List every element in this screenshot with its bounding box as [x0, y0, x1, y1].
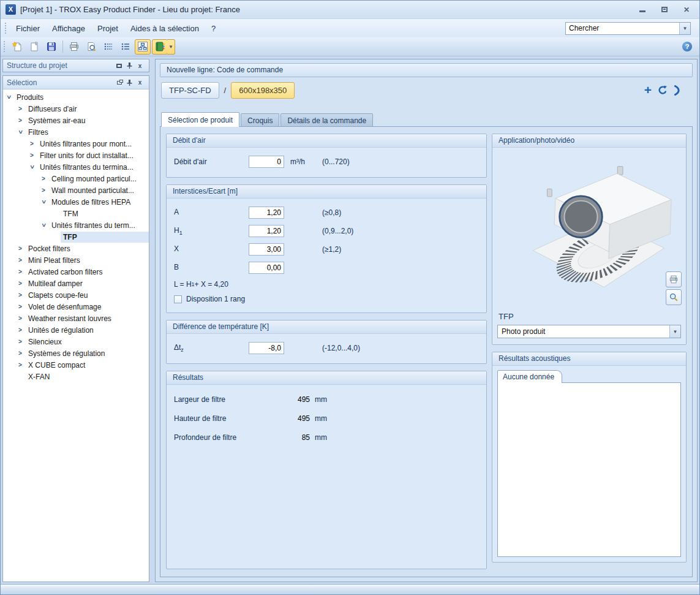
tree-item[interactable]: > Filtres — [3, 126, 149, 138]
tree-item[interactable]: > Activated carbon filters — [3, 266, 149, 278]
help-button[interactable]: ? — [682, 42, 692, 51]
tree-item[interactable]: > Volet de désenfumage — [3, 301, 149, 313]
tree-expand-icon[interactable]: > — [29, 162, 36, 173]
menu-item[interactable]: Affichage — [46, 21, 91, 36]
new-project-button[interactable] — [9, 39, 25, 55]
catalog-toggle-button[interactable] — [152, 39, 168, 55]
tree-expand-icon[interactable]: > — [15, 105, 26, 112]
tree-expand-icon[interactable]: > — [6, 92, 12, 103]
project-structure-toggle-button[interactable] — [135, 39, 151, 55]
open-template-button[interactable] — [26, 39, 42, 55]
detail-list-button[interactable] — [118, 39, 134, 55]
tree-expand-icon[interactable]: > — [40, 220, 47, 231]
search-input[interactable] — [566, 23, 679, 34]
photo-print-button[interactable] — [666, 271, 682, 287]
tree-expand-icon[interactable]: > — [15, 303, 26, 310]
menu-item[interactable]: Fichier — [10, 21, 46, 36]
menu-item[interactable]: ? — [205, 21, 222, 36]
tree-expand-icon[interactable]: > — [15, 327, 26, 333]
selection-pin-button[interactable] — [124, 78, 135, 87]
search-combobox[interactable]: ▼ — [565, 22, 691, 35]
airflow-unit: m³/h — [287, 157, 322, 166]
airflow-input[interactable] — [249, 156, 284, 168]
tree-item[interactable]: > Modules de filtres HEPA — [3, 196, 149, 208]
tree-expand-icon[interactable]: > — [38, 187, 49, 194]
gap-input[interactable] — [249, 207, 284, 219]
tree-expand-icon[interactable]: > — [15, 257, 26, 263]
tree-expand-icon[interactable]: > — [15, 362, 26, 368]
tree-expand-icon[interactable]: > — [15, 117, 26, 124]
single-row-option[interactable]: Disposition 1 rang — [174, 292, 479, 306]
menu-item[interactable]: Projet — [91, 21, 124, 36]
print-button[interactable] — [66, 39, 82, 55]
refresh-button[interactable] — [657, 85, 668, 96]
tree-item[interactable]: > TFM — [3, 208, 149, 219]
close-button[interactable]: ✕ — [680, 5, 693, 15]
tree-expand-icon[interactable]: > — [15, 315, 26, 322]
tree-item[interactable]: > Unités filtrantes du termina... — [3, 161, 149, 173]
tree-item[interactable]: > X CUBE compact — [3, 359, 149, 371]
selection-close-button[interactable]: x — [135, 78, 145, 87]
catalog-dropdown-button[interactable]: ▼ — [167, 39, 175, 55]
photo-type-dropdown[interactable]: Photo produit ▼ — [497, 325, 681, 338]
tab[interactable]: Détails de la commande — [280, 113, 373, 127]
gap-input[interactable] — [249, 243, 284, 256]
list-view-button[interactable] — [100, 39, 116, 55]
tree-expand-icon[interactable]: > — [40, 197, 47, 208]
tree-item[interactable]: > X-FAN — [3, 371, 149, 382]
tree-item[interactable]: > TFP — [3, 231, 149, 243]
tree-item[interactable]: > Celling mounted particul... — [3, 173, 149, 184]
tree-item[interactable]: > Produits — [3, 91, 149, 103]
print-preview-button[interactable] — [83, 39, 99, 55]
tree-item[interactable]: > Wall mounted particulat... — [3, 184, 149, 196]
acoustics-tab-no-data[interactable]: Aucune donnée — [497, 370, 562, 383]
gap-input[interactable] — [249, 225, 284, 237]
tree-expand-icon[interactable]: > — [15, 338, 26, 345]
redo-curve-button[interactable] — [672, 85, 683, 96]
search-dropdown-button[interactable]: ▼ — [679, 23, 690, 34]
series-code-button[interactable]: TFP-SC-FD — [161, 82, 219, 99]
add-line-button[interactable]: + — [642, 85, 653, 96]
print-icon — [69, 41, 80, 52]
tree-item[interactable]: > Systèmes de régulation — [3, 347, 149, 359]
tree-expand-icon[interactable]: > — [15, 280, 26, 287]
tree-item[interactable]: > Filter units for duct installat... — [3, 150, 149, 161]
menu-grip-handle[interactable] — [5, 23, 6, 34]
selection-float-button[interactable] — [114, 78, 124, 87]
minimize-button[interactable] — [636, 5, 649, 15]
toolbar-grip-handle[interactable] — [4, 41, 5, 52]
gap-input[interactable] — [249, 262, 284, 274]
structure-maximize-button[interactable] — [114, 61, 124, 70]
tree-item[interactable]: > Unités filtrantes pour mont... — [3, 138, 149, 150]
tree-item[interactable]: > Mini Pleat filters — [3, 254, 149, 266]
tree-item[interactable]: > Pocket filters — [3, 243, 149, 254]
tree-item[interactable]: > Systèmes air-eau — [3, 115, 149, 126]
structure-close-button[interactable]: x — [135, 61, 145, 70]
structure-pin-button[interactable] — [124, 61, 135, 70]
tree-item[interactable]: > Diffuseurs d'air — [3, 103, 149, 115]
tree-expand-icon[interactable]: > — [26, 140, 37, 147]
photo-zoom-button[interactable] — [666, 289, 682, 305]
tree-item[interactable]: > Unités filtrantes du term... — [3, 219, 149, 231]
tree-expand-icon[interactable]: > — [17, 127, 24, 138]
tab[interactable]: Croquis — [241, 113, 279, 127]
save-button[interactable] — [43, 39, 59, 55]
photo-type-arrow-button[interactable]: ▼ — [669, 325, 680, 338]
tree-item[interactable]: > Silencieux — [3, 336, 149, 347]
size-code-button[interactable]: 600x198x350 — [231, 82, 295, 99]
restore-button[interactable] — [658, 5, 671, 15]
menu-item[interactable]: Aides à la sélection — [124, 21, 205, 36]
tree-item[interactable]: > Unités de régulation — [3, 324, 149, 336]
tree-item[interactable]: > Weather resistant louvres — [3, 313, 149, 324]
tree-item[interactable]: > Clapets coupe-feu — [3, 289, 149, 301]
tree-expand-icon[interactable]: > — [15, 268, 26, 275]
tree-item[interactable]: > Multileaf damper — [3, 278, 149, 289]
tree-expand-icon[interactable]: > — [38, 175, 49, 182]
tree-expand-icon[interactable]: > — [26, 152, 37, 159]
tree-expand-icon[interactable]: > — [15, 292, 26, 298]
temperature-input[interactable] — [249, 342, 284, 354]
tree-expand-icon[interactable]: > — [15, 245, 26, 252]
single-row-checkbox[interactable] — [174, 295, 182, 303]
tab[interactable]: Sélection de produit — [161, 112, 239, 127]
tree-expand-icon[interactable]: > — [15, 350, 26, 357]
